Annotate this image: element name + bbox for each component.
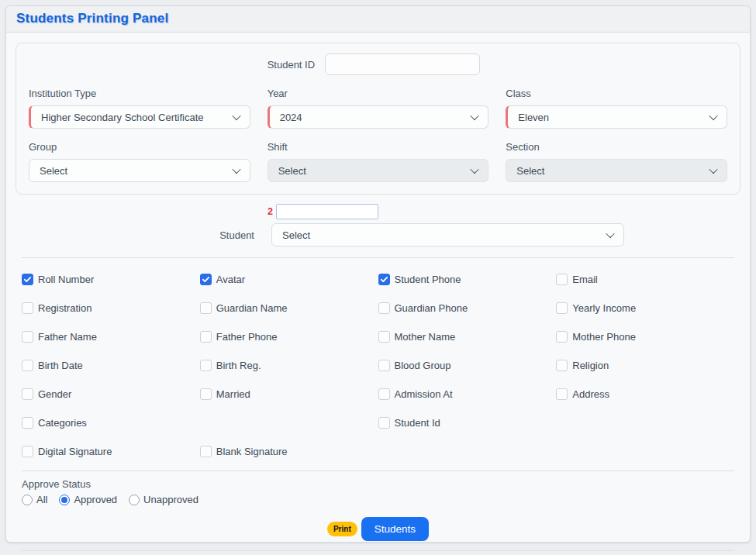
field-label: Registration — [38, 302, 91, 314]
checkbox-unchecked-icon[interactable] — [22, 446, 33, 457]
field-checkbox-gender[interactable]: Gender — [22, 380, 200, 408]
group-select[interactable]: Select — [29, 159, 250, 182]
radio-selected-icon[interactable] — [59, 495, 70, 505]
field-checkbox-email[interactable]: Email — [556, 265, 734, 294]
field-label: Mother Name — [395, 331, 456, 343]
field-checkbox-yearly-income[interactable]: Yearly Income — [556, 294, 734, 322]
radio-unapproved[interactable]: Unapproved — [129, 494, 198, 505]
field-checkbox-blank-signature[interactable]: Blank Signature — [200, 437, 378, 466]
field-checkbox-student-id[interactable]: Student Id — [378, 408, 557, 437]
field-checkbox-admission-at[interactable]: Admission At — [378, 380, 557, 408]
class-select[interactable]: Eleven — [506, 105, 727, 129]
radio-unselected-icon[interactable] — [22, 495, 33, 505]
chevron-down-icon — [709, 112, 717, 120]
student-select[interactable]: Select — [271, 223, 624, 246]
checkbox-unchecked-icon[interactable] — [556, 274, 568, 285]
field-checkbox-father-phone[interactable]: Father Phone — [200, 322, 378, 351]
filter-box: Student ID Institution Type Higher Secon… — [16, 43, 740, 195]
field-checkbox-religion[interactable]: Religion — [556, 351, 734, 380]
student-search-input[interactable] — [276, 204, 378, 219]
group-label: Group — [29, 141, 250, 153]
checkbox-checked-icon[interactable] — [22, 274, 33, 285]
chevron-down-icon — [606, 229, 614, 238]
checkbox-unchecked-icon[interactable] — [556, 331, 568, 343]
checkbox-unchecked-icon[interactable] — [200, 446, 212, 457]
checkbox-unchecked-icon[interactable] — [378, 302, 390, 314]
institution-type-value: Higher Secondary School Certificate — [41, 112, 204, 123]
student-id-label: Student ID — [268, 59, 315, 71]
field-checkbox-guardian-phone[interactable]: Guardian Phone — [378, 294, 557, 322]
section-group: Section Select — [506, 141, 727, 182]
checkbox-unchecked-icon[interactable] — [378, 360, 390, 371]
checkbox-unchecked-icon[interactable] — [378, 331, 390, 343]
print-badge[interactable]: Print — [327, 522, 357, 536]
section-select[interactable]: Select — [506, 159, 727, 182]
students-button[interactable]: Students — [361, 517, 429, 541]
student-value: Select — [282, 229, 310, 241]
checkbox-unchecked-icon[interactable] — [200, 388, 212, 400]
checkbox-unchecked-icon[interactable] — [200, 331, 212, 343]
panel-header: Students Printing Panel — [6, 6, 750, 33]
institution-type-select[interactable]: Higher Secondary School Certificate — [29, 105, 250, 129]
chevron-down-icon — [232, 165, 240, 174]
shift-group: Shift Select — [268, 141, 489, 182]
shift-select[interactable]: Select — [268, 159, 489, 182]
field-empty-cell — [200, 408, 378, 437]
institution-year-class-row: Institution Type Higher Secondary School… — [29, 88, 727, 129]
checkbox-unchecked-icon[interactable] — [556, 388, 568, 400]
field-checkbox-address[interactable]: Address — [556, 380, 734, 408]
checkbox-unchecked-icon[interactable] — [22, 417, 33, 429]
field-checkbox-digital-signature[interactable]: Digital Signature — [22, 437, 200, 466]
checkbox-unchecked-icon[interactable] — [22, 302, 33, 314]
radio-approved[interactable]: Approved — [59, 494, 117, 505]
field-label: Birth Date — [38, 360, 83, 371]
field-checkbox-blood-group[interactable]: Blood Group — [378, 351, 557, 380]
field-checkbox-birth-reg[interactable]: Birth Reg. — [200, 351, 378, 380]
student-select-row: Student Select — [16, 223, 740, 246]
checkbox-unchecked-icon[interactable] — [556, 302, 568, 314]
shift-value: Select — [278, 165, 306, 177]
field-checkbox-student-phone[interactable]: Student Phone — [378, 265, 557, 294]
field-checkbox-guardian-name[interactable]: Guardian Name — [200, 294, 378, 322]
field-label: Yearly Income — [572, 302, 636, 314]
checkbox-unchecked-icon[interactable] — [556, 360, 568, 371]
field-checkbox-birth-date[interactable]: Birth Date — [22, 351, 200, 380]
year-value: 2024 — [280, 112, 302, 123]
checkbox-unchecked-icon[interactable] — [200, 302, 212, 314]
field-checkbox-married[interactable]: Married — [200, 380, 378, 408]
checkbox-checked-icon[interactable] — [200, 274, 212, 285]
student-count-row: 2 — [16, 204, 740, 219]
field-checkbox-father-name[interactable]: Father Name — [22, 322, 200, 351]
institution-type-label: Institution Type — [29, 88, 250, 99]
shift-label: Shift — [268, 141, 489, 153]
field-label: Married — [216, 388, 250, 400]
field-checkbox-registration[interactable]: Registration — [22, 294, 200, 322]
field-label: Address — [572, 388, 609, 400]
checkbox-unchecked-icon[interactable] — [22, 388, 33, 400]
radio-unselected-icon[interactable] — [129, 495, 140, 505]
group-shift-section-row: Group Select Shift Select Section — [29, 141, 727, 182]
radio-all[interactable]: All — [22, 494, 47, 505]
field-checkbox-categories[interactable]: Categories — [22, 408, 200, 437]
chevron-down-icon — [709, 165, 717, 174]
checkbox-unchecked-icon[interactable] — [22, 360, 33, 371]
checkbox-unchecked-icon[interactable] — [378, 388, 390, 400]
field-label: Mother Phone — [572, 331, 636, 343]
field-checkbox-roll-number[interactable]: Roll Number — [22, 265, 200, 294]
field-label: Religion — [572, 360, 609, 371]
checkbox-unchecked-icon[interactable] — [200, 360, 212, 371]
field-label: Guardian Phone — [395, 302, 468, 314]
checkbox-unchecked-icon[interactable] — [22, 331, 33, 343]
checkbox-unchecked-icon[interactable] — [378, 417, 390, 429]
field-label: Birth Reg. — [216, 360, 261, 371]
year-select[interactable]: 2024 — [268, 105, 489, 129]
approve-status-section: Approve Status AllApprovedUnapproved — [16, 471, 740, 507]
checkbox-checked-icon[interactable] — [378, 274, 390, 285]
approve-status-options: AllApprovedUnapproved — [22, 494, 734, 505]
chevron-down-icon — [232, 112, 240, 120]
field-label: Gender — [38, 388, 71, 400]
field-checkbox-avatar[interactable]: Avatar — [200, 265, 378, 294]
field-checkbox-mother-name[interactable]: Mother Name — [378, 322, 557, 351]
field-checkbox-mother-phone[interactable]: Mother Phone — [556, 322, 734, 351]
student-id-input[interactable] — [325, 53, 480, 75]
